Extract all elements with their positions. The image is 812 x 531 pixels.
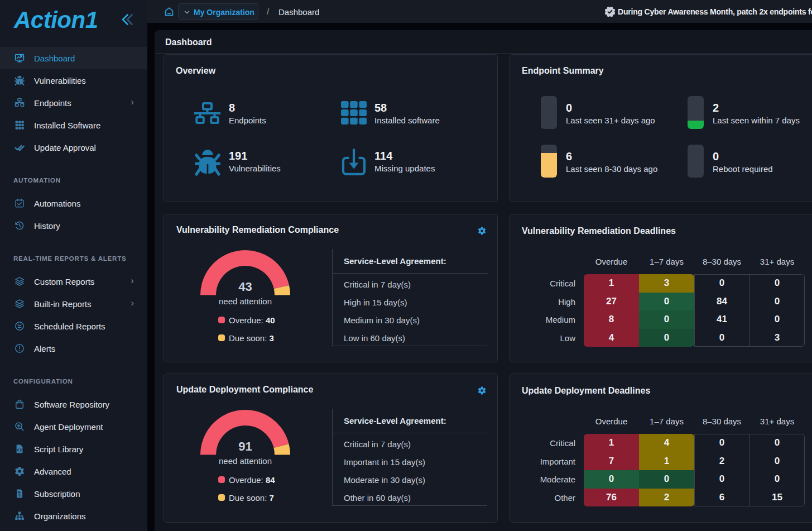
svg-text:$: $ bbox=[18, 493, 21, 497]
